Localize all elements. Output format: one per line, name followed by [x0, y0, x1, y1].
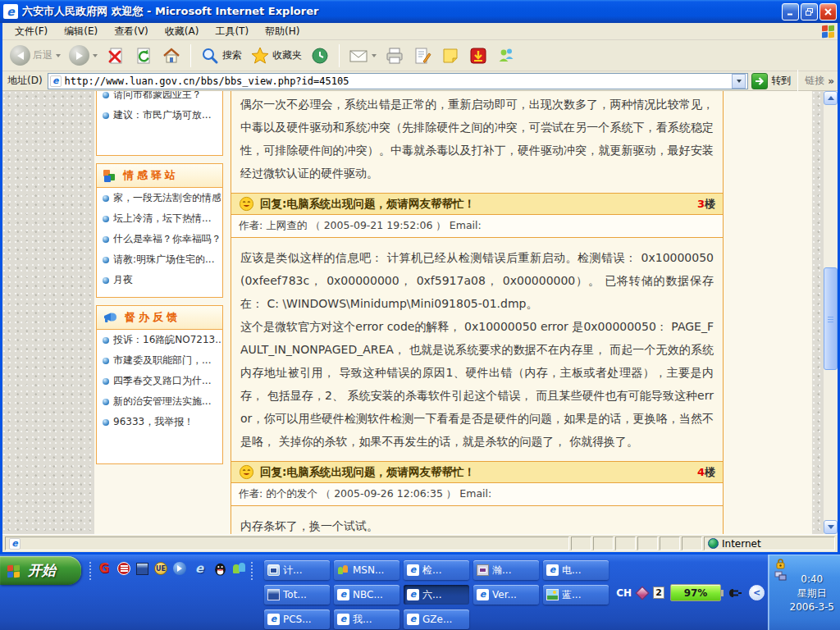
scroll-down-icon — [828, 525, 834, 529]
file-manager-icon[interactable] — [136, 563, 148, 575]
menu-favorites[interactable]: 收藏(A) — [158, 23, 207, 40]
taskbar-button-active[interactable]: e六... — [404, 585, 469, 605]
clock-panel[interactable]: 0:40 星期日 2006-3-5 — [768, 555, 840, 630]
minimize-button[interactable] — [782, 3, 799, 21]
language-indicator[interactable]: CH — [616, 587, 632, 599]
sidebar-item-label: 建议：市民广场可放... — [113, 108, 211, 122]
tray-badge-icon[interactable]: 2 — [653, 587, 664, 599]
restore-button[interactable] — [801, 3, 818, 21]
menu-tools[interactable]: 工具(T) — [208, 23, 256, 40]
bullet-icon — [103, 257, 109, 263]
taskbar-button[interactable]: MSN... — [334, 560, 399, 580]
address-dropdown-button[interactable] — [732, 74, 746, 89]
edit-icon — [413, 46, 432, 66]
download-manager-button[interactable] — [466, 44, 491, 67]
taskbar-button[interactable]: eVer... — [473, 585, 539, 605]
taskbar-button[interactable]: 蓝... — [543, 585, 609, 605]
battery-indicator[interactable]: 97% — [670, 584, 721, 601]
menu-file[interactable]: 文件(F) — [7, 23, 55, 40]
messenger-quicklaunch-icon[interactable] — [233, 562, 246, 575]
power-plug-icon[interactable] — [727, 586, 743, 600]
home-button[interactable] — [159, 44, 184, 67]
close-button[interactable] — [819, 3, 837, 21]
reply-paragraph: 内存条坏了，换一个试试。 — [240, 514, 714, 534]
tray-app-icon[interactable] — [636, 586, 650, 600]
mail-button[interactable] — [346, 44, 379, 67]
menu-edit[interactable]: 编辑(E) — [57, 23, 105, 40]
sidebar-item[interactable]: 月夜 — [97, 270, 222, 290]
reply-author: 作者: 的个的发个 （ 2005-09-26 12:06:35 ） Email: — [231, 483, 723, 506]
menu-help[interactable]: 帮助(H) — [258, 23, 307, 40]
sidebar-item[interactable]: 请教:明珠广场住宅的... — [97, 249, 222, 270]
back-label: 后退 — [33, 48, 52, 62]
media-player-icon[interactable] — [173, 562, 186, 575]
sidebar-item[interactable]: 什么是幸福？你幸福吗？ — [97, 229, 222, 249]
messenger-button[interactable] — [494, 44, 518, 67]
reply-body: 应该是类似这样的信息吧： 计算机已经从检测错误后重新启动。检测错误： 0x100… — [231, 238, 723, 461]
start-button[interactable]: 开始 — [0, 556, 81, 585]
qq-icon[interactable] — [212, 561, 227, 576]
refresh-button[interactable] — [131, 44, 156, 67]
taskbar: 开始 G UE e 计... MSN... e检... 瀚... e电... T… — [0, 555, 840, 630]
history-button[interactable] — [308, 44, 332, 67]
sidebar-item-label: 四季春交叉路口为什... — [113, 374, 211, 388]
taskbar-button[interactable]: 瀚... — [473, 560, 539, 580]
reply-title: 回复:电脑系统出现问题，烦请网友帮帮忙！ — [260, 465, 475, 480]
taskbar-handle[interactable] — [250, 561, 253, 581]
ultraedit-icon[interactable]: UE — [154, 562, 167, 575]
address-input[interactable] — [65, 75, 729, 87]
scrollbar-thumb[interactable] — [824, 267, 838, 370]
taskbar-button[interactable]: ePCS... — [264, 609, 330, 629]
clock[interactable]: 0:40 星期日 2006-3-5 — [790, 573, 834, 614]
go-arrow-icon — [755, 76, 765, 86]
taskbar-button[interactable]: e电... — [543, 560, 609, 580]
sidebar-box-emotion: 情感驿站 家，一段无法割舍的情感 坛上冷清，坛下热情... 什么是幸福？你幸福吗… — [96, 163, 223, 298]
forward-button[interactable] — [66, 43, 100, 67]
taskbar-button[interactable]: Tot... — [264, 585, 330, 605]
tray-collapse-button[interactable]: < — [749, 585, 765, 600]
page-right-margin — [812, 91, 824, 534]
back-button[interactable]: 后退 — [7, 43, 63, 67]
go-button[interactable] — [751, 73, 768, 89]
taskbar-button[interactable]: 计... — [264, 560, 330, 580]
taskbar-button[interactable]: eGZe... — [404, 609, 469, 629]
sidebar-item[interactable]: 请问市都蒙园业主？ — [97, 91, 222, 105]
ie-quicklaunch-icon[interactable]: e — [192, 561, 207, 576]
sidebar-item[interactable]: 四季春交叉路口为什... — [97, 371, 222, 391]
sidebar-item[interactable]: 新的治安管理法实施... — [97, 391, 222, 412]
taskbar-button[interactable]: eNBC... — [334, 585, 399, 605]
edit-button[interactable] — [410, 44, 435, 67]
status-zone-label: Internet — [722, 538, 761, 550]
sidebar-box-top: 请问市都蒙园业主？ 建议：市民广场可放... — [96, 91, 223, 156]
taskbar-button[interactable]: e我... — [334, 609, 399, 629]
sidebar-item[interactable]: 市建委及职能部门，... — [97, 350, 222, 371]
sidebar-item[interactable]: 坛上冷清，坛下热情... — [97, 208, 222, 229]
search-button[interactable]: 搜索 — [198, 44, 244, 67]
flashget-icon[interactable]: G — [97, 561, 112, 576]
links-more-icon[interactable]: » — [828, 75, 834, 87]
scroll-up-button[interactable] — [824, 91, 838, 105]
print-button[interactable] — [382, 44, 407, 67]
qq-lock-icon[interactable] — [774, 559, 787, 569]
scroll-down-button[interactable] — [824, 520, 838, 534]
favorites-button[interactable]: 收藏夹 — [248, 44, 304, 67]
ie-icon: e — [477, 589, 489, 600]
address-input-box[interactable]: e — [48, 73, 749, 89]
notes-button[interactable] — [438, 44, 463, 67]
sidebar-item[interactable]: 建议：市民广场可放... — [97, 105, 222, 126]
network-icon[interactable] — [774, 571, 787, 582]
minimize-icon — [786, 7, 795, 16]
smiley-icon — [239, 464, 254, 480]
reply-paragraph: 应该是类似这样的信息吧： 计算机已经从检测错误后重新启动。检测错误： 0x100… — [240, 246, 714, 315]
sidebar-item[interactable]: 投诉：16路皖NO7213... — [97, 330, 222, 350]
vertical-scrollbar[interactable] — [824, 91, 838, 534]
antivirus-icon[interactable] — [117, 562, 130, 575]
go-label[interactable]: 转到 — [771, 74, 791, 88]
links-label[interactable]: 链接 — [805, 74, 824, 88]
sidebar-item[interactable]: 96333，我举报！ — [97, 412, 222, 432]
taskbar-handle[interactable] — [89, 561, 92, 581]
sidebar-item[interactable]: 家，一段无法割舍的情感 — [97, 188, 222, 208]
menu-view[interactable]: 查看(V) — [107, 23, 156, 40]
taskbar-button[interactable]: e检... — [404, 560, 469, 580]
stop-button[interactable] — [103, 44, 128, 67]
